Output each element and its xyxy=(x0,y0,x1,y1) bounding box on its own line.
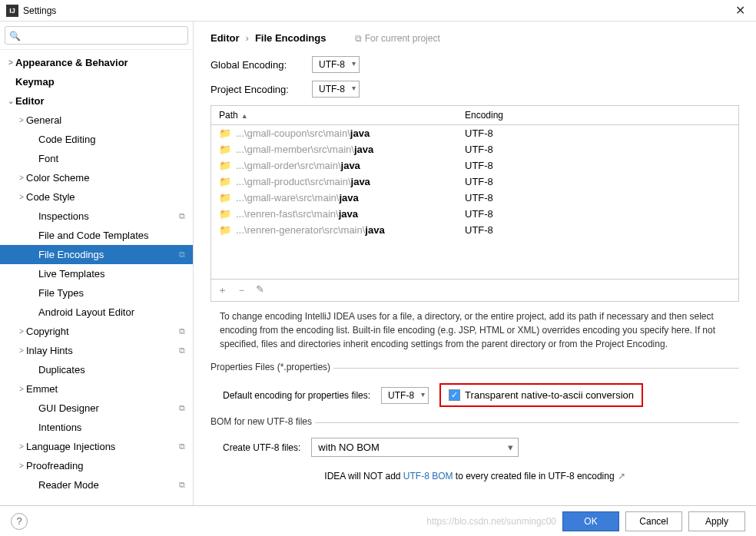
tree-item[interactable]: >Code Style xyxy=(0,187,193,207)
tree-item-label: Editor xyxy=(15,95,45,107)
project-badge-icon: ⧉ xyxy=(179,211,185,221)
bom-section: BOM for new UTF-8 files Create UTF-8 fil… xyxy=(211,422,739,481)
tree-item-label: Inlay Hints xyxy=(26,345,73,356)
table-row[interactable]: 📁...\renren-fast\src\main\javaUTF-8 xyxy=(211,206,738,222)
folder-icon: 📁 xyxy=(219,127,231,139)
chevron-icon: > xyxy=(17,116,26,124)
tree-item[interactable]: >General xyxy=(0,111,193,130)
encoding-cell[interactable]: UTF-8 xyxy=(457,208,493,220)
tree-item[interactable]: >Language Injections⧉ xyxy=(0,437,193,456)
create-utf8-label: Create UTF-8 files: xyxy=(223,442,300,453)
table-row[interactable]: 📁...\gmall-ware\src\main\javaUTF-8 xyxy=(211,190,738,206)
edit-button[interactable]: ✎ xyxy=(256,283,264,297)
cancel-button[interactable]: Cancel xyxy=(625,511,682,531)
tree-item[interactable]: File and Code Templates xyxy=(0,226,193,245)
bom-title: BOM for new UTF-8 files xyxy=(211,416,315,427)
tree-item[interactable]: Font xyxy=(0,149,193,168)
folder-icon: 📁 xyxy=(219,160,231,171)
remove-button[interactable]: － xyxy=(237,283,247,297)
tree-item[interactable]: Live Templates xyxy=(0,264,193,283)
tree-item[interactable]: >Proofreading xyxy=(0,456,193,475)
col-path[interactable]: Path▲ xyxy=(211,106,457,124)
tree-item-label: Language Injections xyxy=(26,441,115,452)
tree-item-label: Code Editing xyxy=(38,134,95,145)
encoding-cell[interactable]: UTF-8 xyxy=(457,127,493,139)
native-to-ascii-label: Transparent native-to-ascii conversion xyxy=(465,389,634,401)
search-icon: 🔍 xyxy=(9,31,21,41)
properties-files-title: Properties Files (*.properties) xyxy=(211,362,333,372)
folder-icon: 📁 xyxy=(219,192,231,203)
project-badge-icon: ⧉ xyxy=(179,480,185,490)
tree-item[interactable]: File Encodings⧉ xyxy=(0,245,193,264)
project-badge-icon: ⧉ xyxy=(179,442,185,452)
table-toolbar: ＋ － ✎ xyxy=(211,279,738,301)
project-badge-icon: ⧉ xyxy=(179,403,185,413)
chevron-icon: > xyxy=(17,385,26,393)
tree-item-label: File Types xyxy=(38,287,84,299)
tree-item[interactable]: File Types xyxy=(0,283,193,303)
utf8-bom-link[interactable]: UTF-8 BOM xyxy=(403,471,453,481)
col-encoding[interactable]: Encoding xyxy=(457,106,738,124)
tree-item[interactable]: Duplicates xyxy=(0,360,193,379)
tree-item[interactable]: >Emmet xyxy=(0,379,193,399)
window-title: Settings xyxy=(23,5,731,16)
chevron-icon: > xyxy=(17,442,26,451)
table-row[interactable]: 📁...\gmall-product\src\main\javaUTF-8 xyxy=(211,174,738,190)
tree-item[interactable]: Android Layout Editor xyxy=(0,303,193,322)
path-cell: 📁...\gmall-ware\src\main\java xyxy=(211,192,457,203)
tree-item[interactable]: ⌄Editor xyxy=(0,91,193,111)
encoding-cell[interactable]: UTF-8 xyxy=(457,160,493,171)
add-button[interactable]: ＋ xyxy=(217,283,227,297)
tree-item[interactable]: >Inlay Hints⧉ xyxy=(0,341,193,360)
tree-item[interactable]: Reader Mode⧉ xyxy=(0,475,193,495)
properties-files-section: Properties Files (*.properties) Default … xyxy=(211,368,739,413)
bom-note: IDEA will NOT add UTF-8 BOM to every cre… xyxy=(211,471,739,481)
sort-asc-icon: ▲ xyxy=(241,112,248,120)
tree-item[interactable]: Intentions xyxy=(0,418,193,437)
chevron-icon: > xyxy=(17,462,26,470)
properties-encoding-dropdown[interactable]: UTF-8 xyxy=(381,387,429,404)
project-scope-tag: For current project xyxy=(355,33,439,44)
path-cell: 📁...\gmall-member\src\main\java xyxy=(211,144,457,155)
chevron-icon: > xyxy=(6,58,15,67)
tree-item-label: General xyxy=(26,114,61,126)
table-row[interactable]: 📁...\gmall-member\src\main\javaUTF-8 xyxy=(211,141,738,157)
breadcrumb: Editor › File Encodings For current proj… xyxy=(211,32,739,44)
chevron-icon: > xyxy=(17,193,26,201)
tree-item[interactable]: >Color Scheme xyxy=(0,168,193,187)
tree-item[interactable]: Inspections⧉ xyxy=(0,207,193,226)
search-input[interactable] xyxy=(5,26,188,45)
table-row[interactable]: 📁...\gmall-order\src\main\javaUTF-8 xyxy=(211,157,738,174)
apply-button[interactable]: Apply xyxy=(688,511,745,531)
tree-item-label: Copyright xyxy=(26,326,69,337)
global-encoding-dropdown[interactable]: UTF-8 xyxy=(312,56,360,73)
tree-item-label: Inspections xyxy=(38,210,89,222)
tree-item[interactable]: >Appearance & Behavior xyxy=(0,53,193,72)
folder-icon: 📁 xyxy=(219,208,231,220)
tree-item[interactable]: Keymap xyxy=(0,72,193,91)
ok-button[interactable]: OK xyxy=(562,511,619,531)
bom-dropdown[interactable]: with NO BOM xyxy=(311,438,519,457)
native-to-ascii-checkbox[interactable]: ✓ xyxy=(449,389,460,401)
tree-item[interactable]: >Copyright⧉ xyxy=(0,322,193,341)
tree-item-label: Color Scheme xyxy=(26,172,89,184)
tree-item-label: File and Code Templates xyxy=(38,230,149,241)
tree-item-label: File Encodings xyxy=(38,249,104,260)
encoding-cell[interactable]: UTF-8 xyxy=(457,144,493,155)
help-button[interactable]: ? xyxy=(11,513,28,530)
tree-item[interactable]: Code Editing xyxy=(0,130,193,149)
encoding-cell[interactable]: UTF-8 xyxy=(457,192,493,203)
encoding-table: Path▲ Encoding 📁...\gmall-coupon\src\mai… xyxy=(211,105,739,302)
encoding-cell[interactable]: UTF-8 xyxy=(457,224,493,236)
encoding-cell[interactable]: UTF-8 xyxy=(457,176,493,187)
table-row[interactable]: 📁...\gmall-coupon\src\main\javaUTF-8 xyxy=(211,125,738,141)
folder-icon: 📁 xyxy=(219,176,231,187)
tree-item[interactable]: GUI Designer⧉ xyxy=(0,399,193,418)
table-row[interactable]: 📁...\renren-generator\src\main\javaUTF-8 xyxy=(211,222,738,238)
help-text: To change encoding IntelliJ IDEA uses fo… xyxy=(211,302,739,359)
project-badge-icon: ⧉ xyxy=(179,346,185,356)
close-icon[interactable]: ✕ xyxy=(731,3,750,18)
project-encoding-dropdown[interactable]: UTF-8 xyxy=(312,81,360,98)
path-cell: 📁...\renren-fast\src\main\java xyxy=(211,208,457,220)
external-link-icon: ↗ xyxy=(618,471,625,481)
